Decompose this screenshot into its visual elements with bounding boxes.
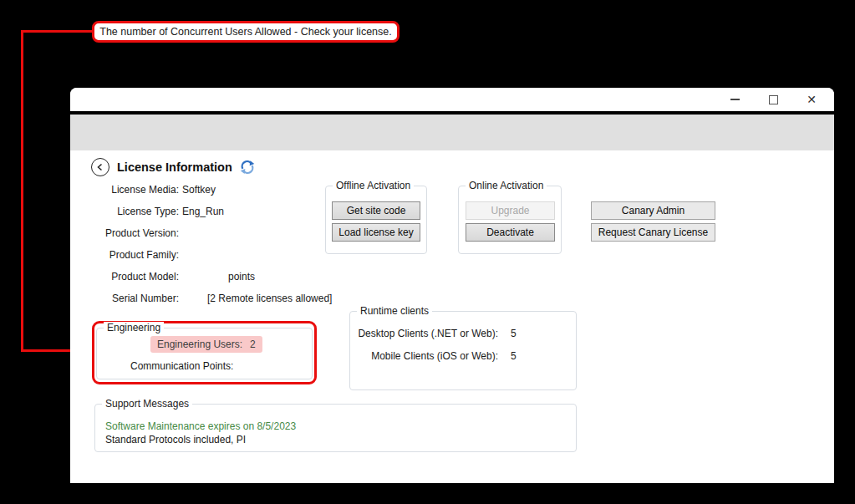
field-label: Serial Number:	[70, 293, 179, 304]
annotation-connector-vertical	[21, 30, 23, 352]
field-label: License Media:	[70, 184, 179, 196]
communication-points-label: Communication Points:	[130, 360, 233, 372]
online-activation-group: Online Activation Upgrade Deactivate	[458, 186, 562, 254]
field-label: License Type:	[70, 206, 179, 217]
request-canary-license-button[interactable]: Request Canary License	[591, 223, 715, 242]
field-value: Softkey	[182, 184, 216, 196]
refresh-icon[interactable]	[240, 160, 255, 175]
upgrade-button: Upgrade	[466, 201, 555, 220]
toolbar-ribbon	[70, 115, 834, 150]
content-area: License Information License Media: Softk…	[70, 150, 834, 483]
annotation-connector-top	[21, 30, 94, 33]
field-value: [2 Remote licenses allowed]	[207, 293, 332, 304]
offline-activation-title: Offline Activation	[333, 180, 414, 191]
desktop-clients-label: Desktop Clients (.NET or Web):	[350, 328, 498, 339]
field-label: Product Version:	[70, 227, 179, 239]
titlebar[interactable]: ✕	[70, 88, 834, 111]
get-site-code-button[interactable]: Get site code	[332, 201, 420, 220]
engineering-annotation-box: Engineering Engineering Users: 2 Communi…	[92, 321, 317, 384]
back-button[interactable]	[91, 158, 109, 176]
mobile-clients-value: 5	[511, 350, 517, 362]
desktop-clients-value: 5	[511, 328, 517, 339]
maintenance-expiry-message: Software Maintenance expires on 8/5/2023	[105, 420, 296, 432]
engineering-users-value: 2	[250, 339, 256, 350]
field-value: Eng_Run	[182, 206, 224, 217]
page-header: License Information	[91, 158, 255, 176]
runtime-clients-title: Runtime clients	[357, 305, 432, 317]
maximize-button[interactable]	[754, 88, 792, 111]
field-value: points	[228, 271, 255, 283]
deactivate-button[interactable]: Deactivate	[466, 223, 555, 242]
page-background: The number of Concurrent Users Allowed -…	[0, 0, 855, 504]
online-activation-title: Online Activation	[466, 180, 547, 191]
minimize-icon	[730, 99, 740, 100]
support-messages-title: Support Messages	[102, 398, 192, 410]
mobile-clients-label: Mobile Clients (iOS or Web):	[350, 350, 498, 362]
engineering-users-highlight: Engineering Users: 2	[150, 336, 262, 353]
runtime-clients-group: Runtime clients Desktop Clients (.NET or…	[349, 311, 577, 390]
chevron-left-icon	[95, 162, 105, 172]
annotation-tooltip: The number of Concurrent Users Allowed -…	[92, 21, 400, 43]
maximize-icon	[769, 95, 778, 104]
page-title: License Information	[117, 160, 232, 174]
minimize-button[interactable]	[715, 88, 754, 111]
load-license-key-button[interactable]: Load license key	[332, 223, 420, 242]
offline-activation-group: Offline Activation Get site code Load li…	[325, 186, 427, 254]
app-window: ✕ License Information	[70, 88, 834, 483]
close-button[interactable]: ✕	[792, 88, 831, 111]
support-messages-group: Support Messages Software Maintenance ex…	[94, 404, 577, 452]
engineering-group-title: Engineering	[104, 322, 164, 333]
canary-admin-button[interactable]: Canary Admin	[591, 201, 715, 220]
engineering-users-label: Engineering Users:	[157, 339, 242, 350]
protocols-message: Standard Protocols included, PI	[105, 434, 246, 445]
annotation-tooltip-text: The number of Concurrent Users Allowed -…	[99, 26, 391, 38]
window-controls: ✕	[715, 88, 831, 111]
field-label: Product Family:	[70, 249, 179, 261]
field-label: Product Model:	[70, 271, 179, 283]
close-icon: ✕	[807, 94, 817, 105]
